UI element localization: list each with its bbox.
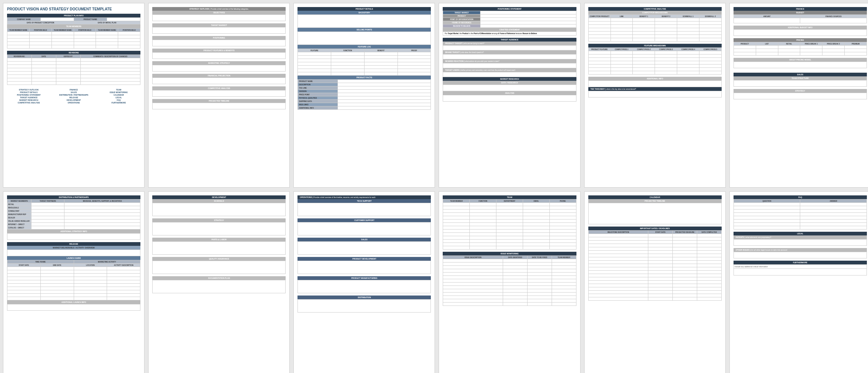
page-title: PRODUCT VISION AND STRATEGY DOCUMENT TEM… — [7, 7, 140, 11]
nav-link[interactable]: FINANCE — [52, 89, 95, 91]
revisions-table: REVISION NO.DATEEDITED BYCOMMENTS / DESC… — [7, 55, 140, 85]
pricing-table: PRODUCTLISTRETAILPRICE BREAK 1PRICE BREA… — [734, 42, 867, 56]
issue-monitoring-header: ISSUE MONITORING — [443, 252, 576, 255]
segment-label: MANUFACTURER REP — [7, 213, 31, 216]
nav-link[interactable]: MARKET RESEARCH — [7, 99, 50, 101]
ta-body — [443, 54, 576, 59]
dev-section-body — [152, 280, 286, 293]
sales-header: SALES — [734, 73, 867, 76]
section-body — [152, 52, 286, 59]
launch-guide-table: TIME FRAMEMARKETING ACTIVITY START DATEE… — [7, 260, 140, 300]
nav-link[interactable]: CALENDAR — [97, 94, 140, 96]
operations-header: OPERATIONS | Provide a brief overview of… — [297, 195, 431, 199]
nav-link[interactable]: STRATEGY OUTLOOK — [7, 89, 50, 91]
nav-link[interactable]: TEAM — [97, 89, 140, 91]
launch-guide-header: LAUNCH GUIDE — [7, 256, 140, 260]
furthermore-note: include any additional critical informat… — [734, 264, 867, 269]
pos-row-value — [480, 11, 576, 14]
nav-link[interactable]: PRODUCT DETAILS — [7, 91, 50, 93]
team-table: TEAM MEMBERFUNCTIONDEPARTMENTEMAILPHONE — [443, 199, 576, 250]
fact-value — [338, 100, 431, 103]
dev-section-header: PARTS & LABOR — [152, 238, 286, 241]
ta-header: BRAND TARGET | who does the brand speak … — [443, 50, 576, 54]
nav-link[interactable]: FAQ — [97, 99, 140, 101]
nav-link[interactable]: DEVELOPMENT — [52, 99, 95, 101]
team-structure-header: TEAM STRUCTURE — [734, 76, 867, 80]
ops-section-body — [297, 261, 431, 274]
page-11-calendar: CALENDAR PROJECTED TIMELINE IMPORTANT DA… — [584, 191, 726, 373]
crafted-statement: For Target Market, the Product is the Po… — [443, 32, 576, 36]
nav-link[interactable]: ISSUE MONITORING — [97, 91, 140, 93]
fact-label: PRODUCT NAME — [298, 80, 338, 83]
faq-header: FAQ — [734, 195, 867, 199]
segment-label: CONSULTANT — [7, 209, 31, 213]
page-10-team: TEAM TEAM MEMBERFUNCTIONDEPARTMENTEMAILP… — [439, 191, 580, 373]
section-body — [152, 40, 286, 46]
dev-section-header: QUALITY ASSURANCE — [152, 257, 286, 261]
page-1-product-plan: PRODUCT VISION AND STRATEGY DOCUMENT TEM… — [3, 3, 144, 188]
nav-link[interactable]: POSITIONING STATEMENT — [7, 94, 50, 96]
segment-label: CATALOG – DIRECT — [7, 226, 31, 230]
ops-section-header: PRODUCT DEVELOPMENT — [297, 257, 431, 261]
nav-link[interactable]: FURTHERMORE — [97, 102, 140, 104]
ta-body — [443, 72, 576, 77]
distribution-header: DISTRIBUTION & PARTNERSHIPS — [7, 195, 140, 199]
about-pricing-header: ABOUT PRICING MODEL — [734, 58, 867, 62]
page-2-strategy-outlook: STRATEGY OUTLOOK | Provide a brief overv… — [148, 3, 290, 188]
nav-link[interactable]: COMPETITIVE ANALYSIS — [7, 102, 50, 104]
analysis-header: ANALYSIS — [443, 91, 576, 95]
fact-label: WEB LINKS — [298, 103, 338, 106]
finance-header: FINANCE — [734, 7, 867, 11]
fact-label: DESCRIPTION — [298, 83, 338, 86]
section-body — [152, 77, 286, 84]
competitive-analysis-header: COMPETITIVE ANALYSIS — [588, 7, 722, 11]
section-body — [152, 90, 286, 97]
fact-label: SHIPPING DATA — [298, 100, 338, 103]
backstory-header: BACKSTORY — [297, 11, 431, 14]
section-header: MARKETING STRATEGY — [152, 61, 286, 65]
important-dates-table: MILESTONE DESCRIPTIONSTART DATEPROJECTED… — [588, 230, 722, 301]
page-3-product-details: PRODUCT DETAILS BACKSTORY SELLING POINTS… — [293, 3, 435, 188]
team-members-table: TEAM MEMBER NAMEPOSITION HELD TEAM MEMBE… — [7, 28, 140, 49]
ops-section-header: DISTRIBUTION — [297, 296, 431, 299]
segment-label: VALUE-ADDED RESELLER — [7, 219, 31, 223]
nav-link[interactable]: SALES — [52, 91, 95, 93]
dev-section-body — [152, 203, 286, 216]
ta-header: TARGET USERS | define primary and second… — [443, 68, 576, 72]
nav-link[interactable]: TARGET AUDIENCE — [7, 96, 50, 99]
page-4-positioning: POSITIONING STATEMENT TARGET MARKETPRODU… — [439, 3, 580, 188]
pos-row-value — [480, 18, 576, 21]
nav-link[interactable]: DISTRIBUTION / PARTNERSHIPS — [52, 94, 95, 96]
positioning-header: POSITIONING STATEMENT — [443, 7, 576, 11]
ops-section-header: CUSTOMER SUPPORT — [297, 218, 431, 222]
pos-row-value — [480, 14, 576, 18]
strategy-header: STRATEGY — [734, 89, 867, 93]
fact-value — [338, 83, 431, 86]
legal-header: LEGAL — [734, 232, 867, 235]
product-plan-info-header: PRODUCT PLAN INFO — [7, 14, 140, 17]
team-members-header: TEAM MEMBERS — [7, 24, 140, 28]
nav-link[interactable]: LEGAL — [97, 96, 140, 99]
nav-link[interactable]: OPERATIONS — [52, 102, 95, 104]
crafted-header: CRAFTED STATEMENT — [443, 28, 576, 32]
additional-info-header: ADDITIONAL INFO — [588, 77, 722, 80]
ta-body — [443, 63, 576, 68]
dev-section-header: DOCUMENTATION PLAN — [152, 276, 286, 280]
feature-log-header: FEATURE LOG — [297, 45, 431, 49]
market-research-header: MARKET RESEARCH — [443, 77, 576, 81]
pricing-header: PRICING — [734, 38, 867, 42]
furthermore-header: FURTHERMORE — [734, 261, 867, 264]
projected-timeline-header: PROJECTED TIMELINE — [588, 199, 722, 203]
strategy-outlook-header: STRATEGY OUTLOOK | Provide a brief overv… — [152, 7, 286, 11]
faq-table: QUESTIONANSWER — [734, 199, 867, 230]
ops-section-header: PRODUCT MANUFACTURING — [297, 276, 431, 280]
pos-row-value — [480, 21, 576, 24]
nav-link[interactable]: RELEASE — [52, 96, 95, 99]
pos-row-label: FRAME OF REFERENCE — [443, 21, 480, 24]
selling-points-header: SELLING POINTS — [297, 28, 431, 32]
fact-value — [338, 93, 431, 96]
feature-log-table: FEATUREFUNCTIONBENEFITPROOF — [297, 49, 431, 76]
page-5-competitive-analysis: COMPETITIVE ANALYSIS COMPETITOR BREAKDOW… — [584, 3, 726, 188]
additional-budget-header: ADDITIONAL BUDGET INFO — [734, 26, 867, 29]
section-body — [152, 65, 286, 72]
